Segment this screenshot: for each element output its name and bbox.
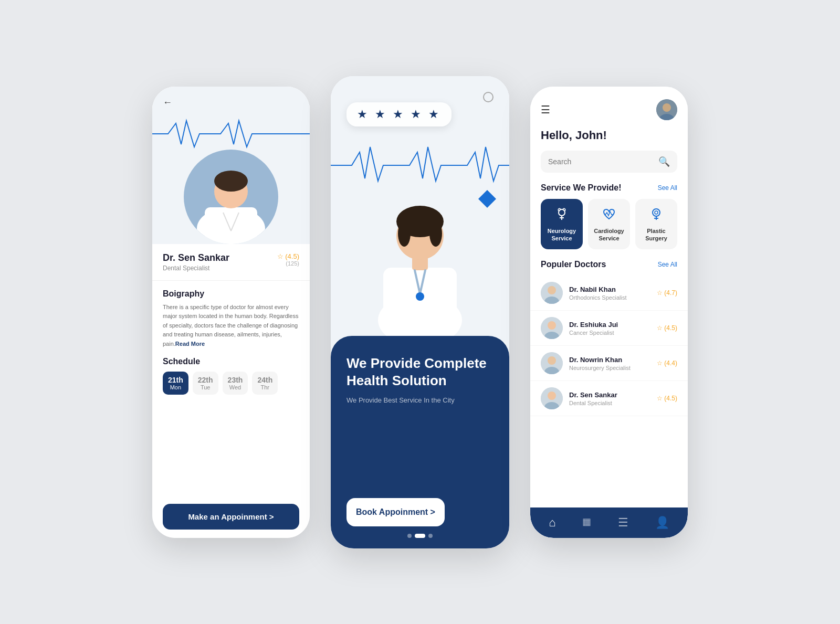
doctor-row-eshiuka[interactable]: Dr. Eshiuka Jui Cancer Specialist ☆ (4.5… bbox=[530, 311, 688, 346]
doctor-avatar-nowrin bbox=[541, 352, 563, 374]
carousel-indicators bbox=[346, 534, 494, 538]
doctor-name-sen: Dr. Sen Sankar bbox=[569, 391, 650, 399]
home-icon: ⌂ bbox=[549, 516, 555, 530]
cardiology-icon bbox=[601, 206, 617, 223]
back-button[interactable]: ← bbox=[163, 97, 172, 108]
status-indicator bbox=[483, 92, 494, 102]
svg-point-15 bbox=[416, 292, 424, 301]
svg-point-3 bbox=[214, 171, 248, 192]
doctor-row-sen[interactable]: Dr. Sen Sankar Dental Specialist ☆ (4.5) bbox=[530, 381, 688, 416]
search-icon: 🔍 bbox=[658, 156, 670, 167]
doctor-name-eshiuka: Dr. Eshiuka Jui bbox=[569, 321, 650, 329]
svg-point-30 bbox=[548, 321, 556, 330]
neurology-icon bbox=[553, 206, 570, 223]
star-icon-nowrin: ☆ bbox=[657, 359, 663, 367]
date-item-24[interactable]: 24th Thr bbox=[252, 372, 278, 395]
neurology-label: NeurologyService bbox=[548, 227, 576, 242]
greeting-text: Hello, John! bbox=[530, 126, 688, 151]
star-rating-bubble: ★ ★ ★ ★ ★ bbox=[346, 102, 452, 126]
day-label: Thr bbox=[261, 384, 270, 390]
user-avatar[interactable] bbox=[656, 99, 677, 120]
date-item-21[interactable]: 21th Mon bbox=[163, 372, 188, 395]
doctor-rating-nabil: ☆ (4.7) bbox=[657, 289, 677, 297]
svg-rect-1 bbox=[205, 207, 257, 244]
phone-hero-splash: ★ ★ ★ ★ ★ bbox=[331, 76, 509, 548]
service-cardiology[interactable]: CardiologyService bbox=[588, 199, 630, 250]
doctor-rating-nowrin: ☆ (4.4) bbox=[657, 359, 677, 367]
carousel-dot-1[interactable] bbox=[407, 534, 412, 538]
doctor-row-nowrin[interactable]: Dr. Nowrin Khan Neurosurgery Specialist … bbox=[530, 346, 688, 381]
dashboard-header: ☰ bbox=[530, 87, 688, 126]
date-item-23[interactable]: 23th Wed bbox=[223, 372, 248, 395]
doctor-spec-nabil: Orthodonics Specialist bbox=[569, 294, 650, 301]
list-icon: ☰ bbox=[618, 516, 628, 530]
star-icon-eshiuka: ☆ bbox=[657, 324, 663, 332]
services-grid: NeurologyService CardiologyService bbox=[530, 199, 688, 250]
schedule-section: Schedule 21th Mon 22th Tue 23th Wed bbox=[163, 357, 299, 395]
svg-point-22 bbox=[653, 209, 660, 216]
services-see-all[interactable]: See All bbox=[658, 184, 677, 192]
doctor-silhouette bbox=[184, 150, 278, 244]
services-title: Service We Provide! bbox=[541, 183, 622, 193]
doctor-info-sen: Dr. Sen Sankar Dental Specialist bbox=[569, 391, 650, 406]
bio-text: There is a specific type of doctor for a… bbox=[163, 303, 299, 349]
bio-title: Boigraphy bbox=[163, 289, 299, 299]
svg-rect-7 bbox=[383, 268, 457, 336]
svg-point-19 bbox=[559, 209, 565, 216]
doctor-name: Dr. Sen Sankar bbox=[163, 252, 229, 263]
date-number: 22th bbox=[198, 376, 213, 384]
doctors-title: Populer Doctors bbox=[541, 260, 606, 269]
carousel-dot-2[interactable] bbox=[415, 534, 425, 538]
doctors-header: Populer Doctors See All bbox=[530, 249, 688, 276]
svg-point-11 bbox=[398, 220, 411, 247]
day-label: Tue bbox=[201, 384, 211, 390]
doctor-name-nabil: Dr. Nabil Khan bbox=[569, 285, 650, 293]
search-input[interactable] bbox=[548, 157, 654, 166]
hero-doctor-image bbox=[346, 168, 494, 336]
services-header: Service We Provide! See All bbox=[530, 173, 688, 199]
nav-home[interactable]: ⌂ bbox=[549, 516, 555, 530]
doctor-avatar-circle bbox=[184, 150, 278, 244]
doctor-info-nowrin: Dr. Nowrin Khan Neurosurgery Specialist bbox=[569, 356, 650, 371]
hero-bottom-section: We Provide Complete Health Solution We P… bbox=[331, 336, 509, 548]
svg-point-23 bbox=[655, 211, 658, 214]
doctor-specialty: Dental Specialist bbox=[163, 265, 229, 272]
svg-point-17 bbox=[663, 103, 671, 112]
service-plastic-surgery[interactable]: PlasticSurgery bbox=[635, 199, 677, 250]
phone-doctor-profile: ← bbox=[152, 87, 310, 538]
doctor-info-eshiuka: Dr. Eshiuka Jui Cancer Specialist bbox=[569, 321, 650, 336]
nav-calendar[interactable]: ▦ bbox=[582, 516, 591, 530]
date-number: 24th bbox=[257, 376, 272, 384]
hero-doctor-silhouette bbox=[368, 173, 472, 336]
nav-profile[interactable]: 👤 bbox=[655, 516, 669, 530]
doctors-see-all[interactable]: See All bbox=[658, 261, 677, 268]
star-icon-sen: ☆ bbox=[657, 395, 663, 402]
star-icon-nabil: ☆ bbox=[657, 289, 663, 297]
ecg-line-decoration bbox=[152, 118, 310, 150]
doctor-avatar-sen bbox=[541, 387, 563, 409]
doctor-spec-eshiuka: Cancer Specialist bbox=[569, 330, 650, 336]
doctors-list: Dr. Nabil Khan Orthodonics Specialist ☆ … bbox=[530, 276, 688, 507]
phone-dashboard: ☰ Hello, John! 🔍 Service We Provide! bbox=[530, 87, 688, 538]
day-label: Mon bbox=[170, 384, 181, 390]
read-more-link[interactable]: Read More bbox=[175, 341, 205, 347]
nav-list[interactable]: ☰ bbox=[618, 516, 628, 530]
doctor-name-nowrin: Dr. Nowrin Khan bbox=[569, 356, 650, 364]
user-icon: 👤 bbox=[655, 516, 669, 530]
doctor-info-section: Dr. Sen Sankar Dental Specialist ☆ (4.5)… bbox=[152, 244, 310, 281]
hero-subtext: We Provide Best Service In the City bbox=[346, 396, 494, 404]
book-appointment-button[interactable]: Book Appoinment > bbox=[346, 498, 445, 526]
doctor-rating-eshiuka: ☆ (4.5) bbox=[657, 324, 677, 332]
make-appointment-button[interactable]: Make an Appoinment > bbox=[163, 504, 299, 530]
menu-button[interactable]: ☰ bbox=[541, 103, 550, 116]
search-bar[interactable]: 🔍 bbox=[541, 151, 677, 173]
doctor-row-nabil[interactable]: Dr. Nabil Khan Orthodonics Specialist ☆ … bbox=[530, 276, 688, 311]
plastic-surgery-label: PlasticSurgery bbox=[645, 227, 667, 242]
date-item-22[interactable]: 22th Tue bbox=[193, 372, 218, 395]
calendar-icon: ▦ bbox=[582, 516, 591, 527]
service-neurology[interactable]: NeurologyService bbox=[541, 199, 583, 250]
carousel-dot-3[interactable] bbox=[428, 534, 433, 538]
rating-value-eshiuka: (4.5) bbox=[664, 324, 677, 332]
avatar-image bbox=[656, 99, 677, 120]
doctor-avatar-nabil bbox=[541, 282, 563, 304]
